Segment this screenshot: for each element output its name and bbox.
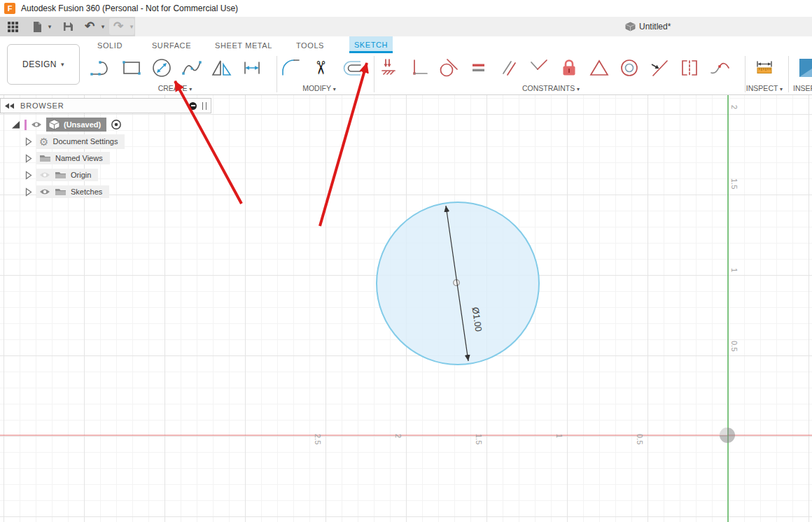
collapsed-arrow-icon[interactable] xyxy=(25,188,32,197)
collapsed-arrow-icon[interactable] xyxy=(25,171,32,180)
browser-item-named-views[interactable]: Named Views xyxy=(25,150,110,166)
rectangle-tool-icon[interactable] xyxy=(120,56,144,80)
x-ruler-label: 2 xyxy=(394,434,402,438)
undo-icon[interactable]: ↶ xyxy=(83,20,96,33)
perpendicular-constraint-icon[interactable] xyxy=(407,56,430,80)
file-menu-caret-icon[interactable]: ▾ xyxy=(43,20,56,33)
activate-radio-icon[interactable] xyxy=(111,119,122,130)
insert-tool-icon[interactable] xyxy=(798,56,812,80)
fillet-tool-icon[interactable] xyxy=(279,56,302,80)
visibility-eye-off-icon[interactable] xyxy=(39,171,50,179)
component-cube-icon xyxy=(48,119,60,130)
toolbar-divider xyxy=(788,56,789,92)
collinear-constraint-icon[interactable] xyxy=(648,56,671,80)
file-icon[interactable] xyxy=(31,20,43,33)
tab-surface[interactable]: SURFACE xyxy=(144,36,200,55)
equal-constraint-icon[interactable] xyxy=(467,56,491,80)
curvature-constraint-icon[interactable] xyxy=(708,56,732,80)
tab-sketch[interactable]: SKETCH xyxy=(349,36,393,53)
redo-icon[interactable]: ↷ xyxy=(112,20,125,33)
workspace-switcher-button[interactable]: DESIGN ▾ xyxy=(7,44,80,85)
x-ruler-label: 1.5 xyxy=(475,434,483,444)
selected-item-box[interactable]: (Unsaved) xyxy=(46,118,106,132)
spline-tool-icon[interactable] xyxy=(180,56,204,80)
browser-item-origin[interactable]: Origin xyxy=(25,167,98,183)
remove-panel-icon[interactable] xyxy=(189,102,197,110)
redo-menu-caret-icon[interactable]: ▾ xyxy=(125,20,138,33)
browser-item-sketches[interactable]: Sketches xyxy=(25,184,109,199)
fix-unfix-constraint-icon[interactable] xyxy=(557,56,581,80)
midpoint-constraint-icon[interactable] xyxy=(587,56,611,80)
measure-tool-icon[interactable] xyxy=(752,56,776,80)
visibility-eye-icon[interactable] xyxy=(31,120,42,129)
selection-bar xyxy=(24,120,27,130)
browser-header: BROWSER xyxy=(0,98,211,113)
tab-solid[interactable]: SOLID xyxy=(82,36,138,55)
gear-icon: ⚙ xyxy=(39,136,48,147)
toolbar-divider xyxy=(374,56,374,92)
x-ruler-label: 2.5 xyxy=(314,434,322,444)
app-grid-icon[interactable] xyxy=(6,20,19,33)
ribbon: DESIGN ▾ SOLID SURFACE SHEET METAL TOOLS… xyxy=(0,36,812,95)
workspace-label: DESIGN xyxy=(22,59,57,69)
browser-item-unsaved[interactable]: (Unsaved) xyxy=(11,117,122,132)
collapse-browser-icon[interactable] xyxy=(5,103,15,109)
offset-tool-icon[interactable] xyxy=(340,56,364,80)
x-ruler-label: 0.5 xyxy=(636,434,644,444)
toolbar-divider xyxy=(276,56,277,92)
folder-icon xyxy=(39,154,51,162)
workspace-caret-icon: ▾ xyxy=(61,58,64,71)
browser-item-label: Document Settings xyxy=(52,137,118,146)
browser-item-label: Origin xyxy=(71,171,91,179)
panel-drag-handle-icon[interactable] xyxy=(202,102,206,110)
symmetry-constraint-icon[interactable] xyxy=(678,56,701,80)
parallel-constraint-icon[interactable] xyxy=(497,56,521,80)
y-ruler-label: 0.5 xyxy=(730,341,738,351)
tab-sheet-metal[interactable]: SHEET METAL xyxy=(210,36,277,55)
coincident-constraint-icon[interactable] xyxy=(527,56,551,80)
titlebar: F Autodesk Fusion 360 (Personal - Not fo… xyxy=(0,0,812,17)
modify-group-label[interactable]: MODIFY ▾ xyxy=(302,83,336,96)
browser-title: BROWSER xyxy=(20,101,183,110)
quick-access-strip: ▾ ↶ ▾ ↷ ▾ Untitled* xyxy=(0,17,812,36)
document-cube-icon xyxy=(625,22,636,31)
browser-item-label: (Unsaved) xyxy=(64,120,101,129)
undo-menu-caret-icon[interactable]: ▾ xyxy=(97,20,109,33)
svg-text:✂: ✂ xyxy=(310,60,331,76)
document-tab[interactable]: Untitled* xyxy=(625,17,671,36)
browser-item-label: Sketches xyxy=(71,188,102,196)
y-ruler-label: 1.5 xyxy=(730,178,738,189)
collapsed-arrow-icon[interactable] xyxy=(25,137,32,146)
concentric-constraint-icon[interactable] xyxy=(617,56,641,80)
browser-item-document-settings[interactable]: ⚙ Document Settings xyxy=(25,134,125,149)
insert-group-label[interactable]: INSERT ▾ xyxy=(793,83,812,96)
save-icon[interactable] xyxy=(62,20,74,33)
document-tab-label: Untitled* xyxy=(639,22,671,31)
tab-tools[interactable]: TOOLS xyxy=(282,36,338,55)
y-ruler-label: 2 xyxy=(730,105,738,109)
expanded-arrow-icon[interactable] xyxy=(11,121,20,129)
constraints-group-label[interactable]: CONSTRAINTS ▾ xyxy=(522,83,580,96)
mirror-tool-icon[interactable] xyxy=(210,56,234,80)
horizontal-vertical-constraint-icon[interactable] xyxy=(377,56,400,80)
fusion360-window: F Autodesk Fusion 360 (Personal - Not fo… xyxy=(0,0,812,522)
trim-tool-icon[interactable]: ✂ xyxy=(309,56,332,80)
browser-item-label: Named Views xyxy=(55,154,103,162)
quick-access-toolbar: ▾ ↶ ▾ ↷ ▾ xyxy=(0,17,135,36)
x-ruler-label: 1 xyxy=(555,434,564,438)
toolbar-divider xyxy=(745,56,746,92)
visibility-eye-icon[interactable] xyxy=(39,188,50,196)
y-ruler-label: 1 xyxy=(730,268,738,272)
tangent-constraint-icon[interactable] xyxy=(437,56,461,80)
collapsed-arrow-icon[interactable] xyxy=(25,154,32,163)
folder-icon xyxy=(55,188,66,196)
folder-icon xyxy=(55,171,66,179)
origin-marker[interactable] xyxy=(720,428,735,443)
inspect-group-label[interactable]: INSPECT ▾ xyxy=(746,83,783,96)
line-tool-icon[interactable] xyxy=(90,56,113,80)
create-group-label[interactable]: CREATE ▾ xyxy=(158,83,192,96)
sketch-canvas[interactable]: Ø1.00 2 1.5 1 0.5 2.5 2 1.5 1 0.5 xyxy=(0,95,812,522)
sketch-dimension-tool-icon[interactable] xyxy=(240,56,264,80)
circle-tool-icon[interactable] xyxy=(150,56,174,80)
window-title: Autodesk Fusion 360 (Personal - Not for … xyxy=(21,0,238,17)
